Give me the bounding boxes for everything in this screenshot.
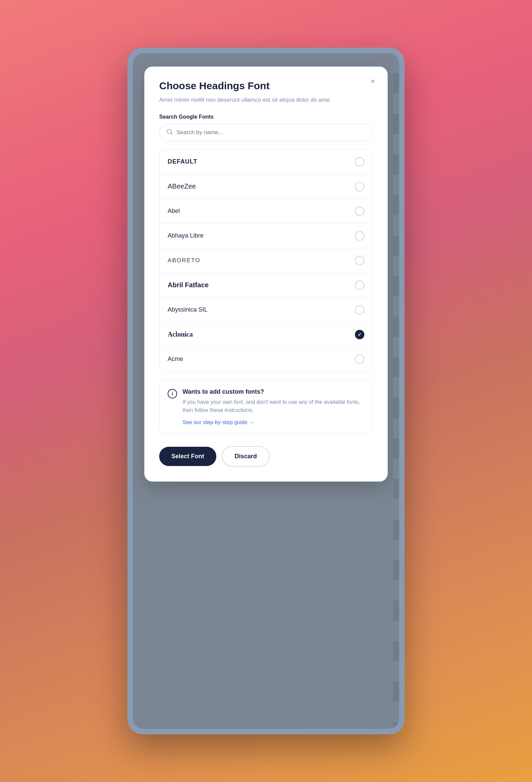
radio-Aclonica[interactable] <box>355 330 364 339</box>
font-name-Acme: Acme <box>168 356 183 363</box>
radio-DEFAULT[interactable] <box>355 157 364 167</box>
custom-fonts-box: i Wants to add custom fonts? If you have… <box>159 380 373 434</box>
radio-AbyssinicaSIL[interactable] <box>355 305 364 315</box>
font-name-AbhayaLibre: Abhaya Libre <box>168 232 203 239</box>
font-list: DEFAULT ABeeZee Abel Abhaya Libre <box>159 149 373 372</box>
font-item-Aboreto[interactable]: ABORETO <box>160 248 372 273</box>
custom-fonts-description: If you have your own font, and don't wan… <box>183 398 364 415</box>
radio-Aboreto[interactable] <box>355 256 364 265</box>
font-name-AbyssinicaSIL: Abyssinica SIL <box>168 306 208 313</box>
custom-fonts-content: Wants to add custom fonts? If you have y… <box>183 388 364 426</box>
search-icon <box>166 128 173 137</box>
search-box <box>159 124 373 141</box>
font-item-DEFAULT[interactable]: DEFAULT <box>160 150 372 174</box>
font-item-ABeeZee[interactable]: ABeeZee <box>160 174 372 199</box>
radio-Abel[interactable] <box>355 206 364 216</box>
device-scrollbar <box>393 53 399 729</box>
font-item-Aclonica[interactable]: Aclonica <box>160 322 372 347</box>
font-name-Abel: Abel <box>168 207 180 215</box>
font-item-AbyssinicaSIL[interactable]: Abyssinica SIL <box>160 298 372 322</box>
svg-line-1 <box>171 133 172 135</box>
info-icon: i <box>168 389 177 398</box>
radio-AbhayaLibre[interactable] <box>355 231 364 241</box>
custom-fonts-link[interactable]: See our step-by-step guide → <box>183 419 255 425</box>
close-icon: × <box>371 77 375 86</box>
device-inner: × Choose Headings Font Amet minim mollit… <box>133 53 399 729</box>
font-name-AbrilFatface: Abril Fatface <box>168 281 209 289</box>
font-name-DEFAULT: DEFAULT <box>168 158 197 165</box>
discard-button[interactable]: Discard <box>222 446 270 467</box>
device-frame: × Choose Headings Font Amet minim mollit… <box>127 48 405 734</box>
font-name-ABeeZee: ABeeZee <box>168 182 196 190</box>
font-item-Acme[interactable]: Acme <box>160 347 372 371</box>
font-item-AbhayaLibre[interactable]: Abhaya Libre <box>160 224 372 248</box>
search-input[interactable] <box>176 129 366 136</box>
modal-overlay: × Choose Headings Font Amet minim mollit… <box>133 53 399 729</box>
modal-dialog: × Choose Headings Font Amet minim mollit… <box>144 67 388 482</box>
modal-title: Choose Headings Font <box>159 80 373 92</box>
search-section-label: Search Google Fonts <box>159 114 373 120</box>
font-item-Abel[interactable]: Abel <box>160 199 372 224</box>
font-item-AbrilFatface[interactable]: Abril Fatface <box>160 273 372 298</box>
radio-Acme[interactable] <box>355 355 364 364</box>
font-name-Aboreto: ABORETO <box>168 257 200 264</box>
radio-AbrilFatface[interactable] <box>355 280 364 290</box>
select-font-button[interactable]: Select Font <box>159 447 216 466</box>
custom-fonts-title: Wants to add custom fonts? <box>183 388 364 395</box>
modal-actions: Select Font Discard <box>159 446 373 467</box>
close-button[interactable]: × <box>367 76 378 87</box>
radio-ABeeZee[interactable] <box>355 182 364 191</box>
modal-subtitle: Amet minim mollit non deserunt ullamco e… <box>159 96 373 104</box>
font-name-Aclonica: Aclonica <box>168 331 193 338</box>
